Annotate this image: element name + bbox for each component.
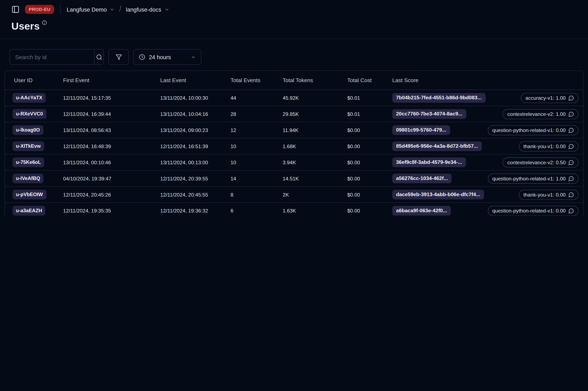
- last-event-cell: 13/11/2024, 00:13:00: [156, 160, 226, 165]
- score-pill[interactable]: question-python-related-v1: 0.00: [488, 206, 579, 216]
- total-cost-cell: $0.00: [343, 208, 388, 213]
- score-label: contextrelevance-v2: 1.00: [507, 111, 566, 117]
- table-header-row: User ID First Event Last Event Total Eve…: [5, 71, 583, 90]
- table-row[interactable]: u-XlTkEvw 12/11/2024, 16:48:39 12/11/202…: [5, 138, 583, 155]
- trace-id-badge[interactable]: a6baca9f-063e-42f0...: [392, 206, 451, 215]
- total-tokens-cell: 45.92K: [278, 95, 343, 100]
- last-event-cell: 12/11/2024, 20:45:55: [156, 192, 226, 197]
- breadcrumb-project[interactable]: langfuse-docs: [126, 6, 169, 13]
- first-event-cell: 13/11/2024, 00:10:46: [59, 160, 156, 165]
- project-name: langfuse-docs: [126, 6, 161, 13]
- total-events-cell: 14: [226, 176, 278, 181]
- score-pill[interactable]: question-python-related-v1: 1.00: [488, 173, 579, 184]
- trace-id-badge[interactable]: 09801c99-5760-479...: [392, 125, 450, 135]
- table-row[interactable]: u-pVbEOIW 12/11/2024, 20:45:26 12/11/202…: [5, 187, 583, 203]
- search-button[interactable]: [94, 49, 104, 64]
- column-header-total-events: Total Events: [226, 77, 278, 83]
- chevron-down-icon: [164, 7, 169, 12]
- total-events-cell: 44: [226, 95, 278, 100]
- column-header-first-event: First Event: [59, 77, 156, 83]
- trace-id-badge[interactable]: dace59eb-3913-4abb-b06e-dfc7f4...: [392, 190, 484, 199]
- clock-icon: [139, 54, 145, 60]
- sidebar-toggle-button[interactable]: [11, 5, 20, 13]
- table-row[interactable]: u-75Ke6oL 13/11/2024, 00:10:46 13/11/202…: [5, 155, 583, 171]
- score-pill[interactable]: thank-you-v1: 0.00: [519, 141, 579, 151]
- first-event-cell: 12/11/2024, 16:48:39: [59, 143, 156, 149]
- time-range-value: 24 hours: [149, 54, 171, 60]
- score-pill[interactable]: accuracy-v1: 1.00: [521, 93, 579, 103]
- first-event-cell: 12/11/2024, 16:39:44: [59, 111, 156, 117]
- user-id-badge[interactable]: u-75Ke6oL: [12, 157, 44, 167]
- total-cost-cell: $0.01: [343, 111, 388, 117]
- score-pill[interactable]: contextrelevance-v2: 0.50: [503, 157, 579, 167]
- last-score-cell: 85d495e6-956e-4a3a-8d72-bfb57... thank-y…: [388, 141, 579, 151]
- total-events-cell: 8: [226, 192, 278, 197]
- last-event-cell: 13/11/2024, 09:00:23: [156, 127, 226, 133]
- score-label: question-python-related-v1: 0.00: [492, 127, 566, 133]
- column-header-total-tokens: Total Tokens: [278, 77, 343, 83]
- top-bar: PROD-EU Langfuse Demo / langfuse-docs: [0, 0, 588, 19]
- users-table: User ID First Event Last Event Total Eve…: [4, 71, 584, 216]
- funnel-icon: [115, 54, 122, 60]
- user-id-badge[interactable]: u-XlTkEvw: [12, 141, 44, 151]
- trace-id-badge[interactable]: 85d495e6-956e-4a3a-8d72-bfb57...: [392, 141, 482, 151]
- score-label: contextrelevance-v2: 0.50: [507, 160, 566, 165]
- chevron-down-icon: [191, 55, 196, 60]
- user-id-badge[interactable]: u-a3aEAZH: [12, 206, 46, 215]
- comment-icon: [568, 176, 574, 181]
- user-id-badge[interactable]: u-pVbEOIW: [12, 190, 46, 199]
- column-header-total-cost: Total Cost: [343, 77, 388, 83]
- score-pill[interactable]: thank-you-v1: 0.00: [519, 190, 579, 200]
- breadcrumb-org[interactable]: Langfuse Demo: [67, 6, 115, 13]
- total-events-cell: 10: [226, 160, 278, 165]
- first-event-cell: 12/11/2024, 15:17:35: [59, 95, 156, 100]
- total-cost-cell: $0.00: [343, 160, 388, 165]
- last-score-cell: 36ef9c8f-3abd-4579-9e34-... contextrelev…: [388, 157, 579, 167]
- score-label: thank-you-v1: 0.00: [523, 192, 566, 197]
- score-label: question-python-related-v1: 1.00: [492, 176, 566, 181]
- last-event-cell: 12/11/2024, 19:36:32: [156, 208, 226, 213]
- total-tokens-cell: 11.94K: [278, 127, 343, 133]
- comment-icon: [568, 111, 574, 117]
- trace-id-badge[interactable]: 7b04b215-7fed-4551-b86d-9bd083...: [392, 93, 485, 102]
- search-input[interactable]: [10, 49, 94, 64]
- table-row[interactable]: u-RXeVVC0 12/11/2024, 16:39:44 13/11/202…: [5, 106, 583, 122]
- last-score-cell: a6baca9f-063e-42f0... question-python-re…: [388, 206, 579, 216]
- score-label: question-python-related-v1: 0.00: [492, 208, 566, 213]
- score-pill[interactable]: question-python-related-v1: 0.00: [488, 125, 579, 135]
- table-row[interactable]: u-a3aEAZH 12/11/2024, 19:35:35 12/11/202…: [5, 203, 583, 216]
- first-event-cell: 12/11/2024, 19:35:35: [59, 208, 156, 213]
- chevron-down-icon: [110, 7, 115, 12]
- total-events-cell: 6: [226, 208, 278, 213]
- user-id-badge[interactable]: u-RXeVVC0: [12, 109, 46, 119]
- header-divider: [0, 39, 588, 39]
- user-id-badge[interactable]: u-IVeAfBQ: [12, 174, 43, 183]
- total-tokens-cell: 1.68K: [278, 143, 343, 149]
- info-button[interactable]: [42, 20, 47, 25]
- page-title: Users: [11, 19, 40, 33]
- time-range-button[interactable]: 24 hours: [133, 49, 201, 65]
- last-score-cell: 20cc7760-7be3-4074-8ac9... contextreleva…: [388, 109, 579, 119]
- trace-id-badge[interactable]: 36ef9c8f-3abd-4579-9e34-...: [392, 157, 466, 167]
- table-body: u-AAcYaTX 12/11/2024, 15:17:35 13/11/202…: [5, 90, 583, 216]
- score-pill[interactable]: contextrelevance-v2: 1.00: [503, 109, 579, 119]
- first-event-cell: 12/11/2024, 20:45:26: [59, 192, 156, 197]
- table-row[interactable]: u-AAcYaTX 12/11/2024, 15:17:35 13/11/202…: [5, 90, 583, 106]
- user-id-badge[interactable]: u-lkoag0O: [12, 125, 43, 135]
- total-tokens-cell: 1.63K: [278, 208, 343, 213]
- last-event-cell: 13/11/2024, 10:00:30: [156, 95, 226, 100]
- comment-icon: [568, 208, 574, 213]
- table-row[interactable]: u-IVeAfBQ 04/10/2024, 19:39:47 12/11/202…: [5, 171, 583, 187]
- trace-id-badge[interactable]: a56276cc-1034-462f...: [392, 174, 452, 183]
- total-cost-cell: $0.00: [343, 127, 388, 133]
- total-tokens-cell: 14.51K: [278, 176, 343, 181]
- comment-icon: [568, 192, 574, 197]
- toolbar: 24 hours: [9, 49, 579, 65]
- user-id-badge[interactable]: u-AAcYaTX: [12, 93, 46, 102]
- table-row[interactable]: u-lkoag0O 13/11/2024, 08:56:43 13/11/202…: [5, 122, 583, 138]
- total-tokens-cell: 29.85K: [278, 111, 343, 117]
- last-event-cell: 12/11/2024, 16:51:39: [156, 143, 226, 149]
- filter-button[interactable]: [108, 49, 129, 65]
- column-header-last-score: Last Score: [388, 77, 579, 83]
- trace-id-badge[interactable]: 20cc7760-7be3-4074-8ac9...: [392, 109, 466, 119]
